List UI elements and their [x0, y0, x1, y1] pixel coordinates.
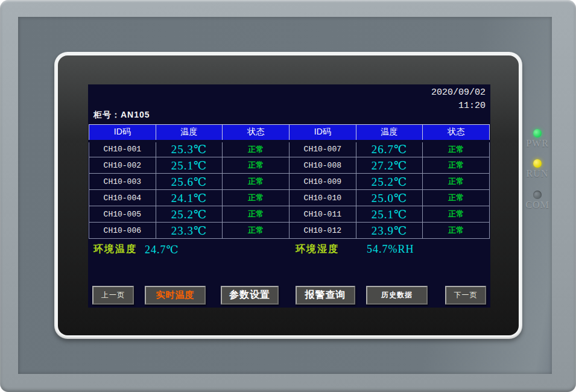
table-header-cell: ID码 [89, 125, 156, 141]
hmi-device: 2020/09/02 11:20 柜号：AN105 ID码温度状态ID码温度状态… [0, 0, 576, 392]
status-cell: 正常 [423, 190, 490, 206]
history-data-button[interactable]: 历史数据 [366, 286, 428, 305]
temperature-cell: 25.3℃ [156, 141, 223, 157]
temperature-cell: 25.2℃ [156, 206, 223, 223]
channel-id-cell: CH10-006 [89, 223, 156, 239]
temperature-cell: 24.1℃ [156, 190, 223, 206]
screen-frame: 2020/09/02 11:20 柜号：AN105 ID码温度状态ID码温度状态… [54, 52, 522, 339]
nav-button-bar: 上一页 实时温度 参数设置 报警查询 历史数据 下一页 [88, 286, 490, 305]
status-cell: 正常 [423, 206, 490, 223]
channel-id-cell: CH10-012 [289, 223, 356, 239]
temperature-cell: 25.0℃ [356, 190, 423, 206]
channel-id-cell: CH10-010 [289, 190, 356, 206]
run-led-label: RUN [519, 168, 555, 179]
prev-page-button[interactable]: 上一页 [92, 286, 134, 305]
temperature-cell: 25.1℃ [156, 157, 223, 174]
temperature-cell: 23.3℃ [156, 223, 223, 239]
com-led-icon [533, 191, 542, 199]
status-cell: 正常 [223, 157, 290, 174]
cabinet-label: 柜号：AN105 [93, 110, 150, 121]
channel-id-cell: CH10-007 [289, 141, 356, 157]
status-cell: 正常 [223, 174, 290, 190]
datetime-display: 2020/09/02 11:20 [431, 86, 486, 113]
parameter-settings-button[interactable]: 参数设置 [221, 286, 279, 305]
next-page-button[interactable]: 下一页 [445, 286, 486, 305]
channel-id-cell: CH10-009 [289, 174, 356, 190]
channel-id-cell: CH10-003 [89, 174, 156, 190]
table-body: CH10-00125.3℃正常CH10-00726.7℃正常CH10-00225… [89, 141, 490, 239]
power-led-icon [533, 129, 542, 138]
led-group-pwr: PWR [519, 129, 555, 149]
screen-bezel: 2020/09/02 11:20 柜号：AN105 ID码温度状态ID码温度状态… [58, 55, 519, 335]
table-row: CH10-00424.1℃正常CH10-01025.0℃正常 [89, 190, 490, 206]
status-cell: 正常 [223, 141, 290, 157]
status-cell: 正常 [423, 141, 490, 157]
time-text: 11:20 [431, 100, 486, 113]
led-group-com: COM [519, 191, 555, 210]
table-row: CH10-00525.2℃正常CH10-01125.1℃正常 [89, 206, 490, 223]
channel-id-cell: CH10-011 [289, 206, 356, 223]
temperature-cell: 25.2℃ [356, 174, 423, 190]
status-cell: 正常 [423, 223, 490, 239]
temperature-cell: 25.1℃ [356, 206, 423, 223]
ambient-temp-label: 环境温度 [93, 243, 137, 256]
table-header-cell: ID码 [289, 125, 356, 141]
table-header-cell: 温度 [156, 125, 223, 141]
led-group-run: RUN [519, 159, 555, 179]
table-row: CH10-00325.6℃正常CH10-00925.2℃正常 [89, 174, 490, 190]
status-cell: 正常 [423, 174, 490, 190]
table-header-row: ID码温度状态ID码温度状态 [89, 125, 490, 141]
status-cell: 正常 [223, 223, 290, 239]
run-led-icon [533, 159, 542, 168]
temperature-cell: 27.2℃ [356, 157, 423, 174]
ambient-humidity-value: 54.7%RH [367, 243, 414, 256]
alarm-query-button[interactable]: 报警查询 [296, 286, 355, 305]
table-header-cell: 状态 [223, 125, 290, 141]
com-led-label: COM [519, 200, 555, 210]
temperature-cell: 26.7℃ [356, 141, 423, 157]
status-cell: 正常 [223, 190, 290, 206]
lcd-display: 2020/09/02 11:20 柜号：AN105 ID码温度状态ID码温度状态… [88, 84, 490, 308]
ambient-humidity-label: 环境湿度 [296, 243, 339, 256]
channel-id-cell: CH10-001 [89, 141, 156, 157]
power-led-label: PWR [519, 138, 555, 149]
temperature-cell: 25.6℃ [156, 174, 223, 190]
ambient-readings: 环境温度 24.7℃ 环境湿度 54.7%RH [88, 243, 490, 259]
date-text: 2020/09/02 [431, 86, 486, 100]
table-header-cell: 状态 [423, 125, 490, 141]
table-row: CH10-00623.3℃正常CH10-01223.9℃正常 [89, 223, 490, 239]
temperature-table: ID码温度状态ID码温度状态 CH10-00125.3℃正常CH10-00726… [89, 124, 490, 239]
realtime-temp-button[interactable]: 实时温度 [145, 286, 206, 305]
channel-id-cell: CH10-002 [89, 157, 156, 174]
channel-id-cell: CH10-008 [289, 157, 356, 174]
table-header-cell: 温度 [356, 125, 423, 141]
channel-id-cell: CH10-004 [89, 190, 156, 206]
status-cell: 正常 [423, 157, 490, 174]
table-row: CH10-00125.3℃正常CH10-00726.7℃正常 [89, 141, 490, 157]
table-row: CH10-00225.1℃正常CH10-00827.2℃正常 [89, 157, 490, 174]
channel-id-cell: CH10-005 [89, 206, 156, 223]
temperature-cell: 23.9℃ [356, 223, 423, 239]
status-cell: 正常 [223, 206, 290, 223]
ambient-temp-value: 24.7℃ [145, 243, 179, 256]
